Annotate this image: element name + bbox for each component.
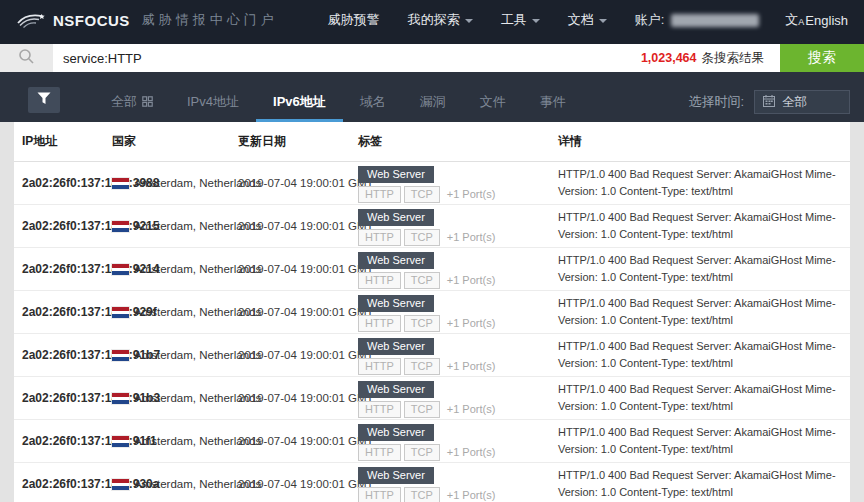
ip-address[interactable]: 2a02:26f0:137:180::91b7 bbox=[14, 348, 112, 362]
ip-address[interactable]: 2a02:26f0:137:180::91b3 bbox=[14, 391, 112, 405]
search-button[interactable]: 搜索 bbox=[780, 44, 864, 72]
update-date: 2019-07-04 19:00:01 GMT bbox=[238, 435, 358, 447]
result-count-number: 1,023,464 bbox=[641, 51, 697, 65]
brand[interactable]: NSFOCUS 威胁情报中心门户 bbox=[16, 11, 278, 29]
tab-all[interactable]: 全部 bbox=[94, 93, 170, 122]
tags-cell: Web Server HTTP TCP +1 Port(s) bbox=[358, 422, 558, 461]
tags-cell: Web Server HTTP TCP +1 Port(s) bbox=[358, 164, 558, 203]
detail-text: HTTP/1.0 400 Bad Request Server: AkamaiG… bbox=[558, 166, 850, 200]
netherlands-flag-icon bbox=[112, 479, 129, 490]
nav-item-threat-warning[interactable]: 威胁预警 bbox=[328, 11, 380, 29]
nav-item-label: 我的探索 bbox=[408, 11, 460, 29]
filter-funnel-button[interactable] bbox=[28, 87, 60, 113]
account-name-redacted bbox=[671, 14, 759, 27]
country-cell: Amsterdam, Netherlands bbox=[112, 177, 238, 189]
funnel-icon bbox=[37, 92, 51, 108]
tags-cell: Web Server HTTP TCP +1 Port(s) bbox=[358, 250, 558, 289]
tag-port-protocol: HTTP bbox=[358, 358, 401, 375]
tag-web-server: Web Server bbox=[358, 166, 434, 183]
chevron-down-icon bbox=[599, 19, 607, 23]
translate-icon-latin: A bbox=[798, 17, 804, 27]
account[interactable]: 账户: bbox=[635, 11, 760, 29]
tab-file[interactable]: 文件 bbox=[463, 93, 523, 122]
translate-icon: 文 bbox=[785, 11, 798, 29]
detail-text: HTTP/1.0 400 Bad Request Server: AkamaiG… bbox=[558, 338, 850, 372]
detail-text: HTTP/1.0 400 Bad Request Server: AkamaiG… bbox=[558, 381, 850, 415]
search-icon bbox=[18, 48, 35, 69]
tag-port-protocol: HTTP bbox=[358, 401, 401, 418]
nav-item-docs[interactable]: 文档 bbox=[568, 11, 607, 29]
tab-ipv4[interactable]: IPv4地址 bbox=[170, 93, 256, 122]
tab-label: IPv4地址 bbox=[187, 93, 239, 111]
table-row[interactable]: 2a02:26f0:137:180::9214 Amsterdam, Nethe… bbox=[14, 248, 850, 291]
search-bar: 1,023,464 条搜索结果 搜索 bbox=[0, 44, 864, 72]
column-header: 更新日期 bbox=[238, 133, 358, 150]
netherlands-flag-icon bbox=[112, 178, 129, 189]
results-table: IP地址国家更新日期标签详情 2a02:26f0:137:183::3988 A… bbox=[14, 122, 850, 502]
result-type-tabs: 全部IPv4地址IPv6地址域名漏洞文件事件 bbox=[94, 93, 583, 122]
top-nav: 威胁预警我的探索工具文档 bbox=[328, 11, 607, 29]
tab-label: 文件 bbox=[480, 93, 506, 111]
search-result-count: 1,023,464 条搜索结果 bbox=[641, 44, 780, 72]
chevron-down-icon bbox=[465, 19, 473, 23]
netherlands-flag-icon bbox=[112, 264, 129, 275]
language-switcher[interactable]: 文 A English bbox=[785, 11, 848, 29]
detail-text: HTTP/1.0 400 Bad Request Server: AkamaiG… bbox=[558, 295, 850, 329]
table-row[interactable]: 2a02:26f0:137:180::91f1 Amsterdam, Nethe… bbox=[14, 420, 850, 463]
tags-cell: Web Server HTTP TCP +1 Port(s) bbox=[358, 293, 558, 332]
tag-port-protocol: TCP bbox=[404, 487, 440, 502]
more-ports-label: +1 Port(s) bbox=[447, 489, 496, 501]
tag-port-protocol: HTTP bbox=[358, 186, 401, 203]
country-cell: Amsterdam, Netherlands bbox=[112, 349, 238, 361]
table-row[interactable]: 2a02:26f0:137:180::91b3 Amsterdam, Nethe… bbox=[14, 377, 850, 420]
tab-vulnerability[interactable]: 漏洞 bbox=[403, 93, 463, 122]
nav-item-label: 威胁预警 bbox=[328, 11, 380, 29]
time-range-value: 全部 bbox=[782, 94, 807, 111]
update-date: 2019-07-04 19:00:01 GMT bbox=[238, 263, 358, 275]
tab-event[interactable]: 事件 bbox=[523, 93, 583, 122]
nav-item-label: 工具 bbox=[501, 11, 527, 29]
tag-port-protocol: HTTP bbox=[358, 229, 401, 246]
results-area: IP地址国家更新日期标签详情 2a02:26f0:137:183::3988 A… bbox=[0, 122, 864, 502]
ip-address[interactable]: 2a02:26f0:137:180::9215 bbox=[14, 219, 112, 233]
tag-port-protocol: TCP bbox=[404, 229, 440, 246]
column-header: IP地址 bbox=[14, 133, 112, 150]
ip-address[interactable]: 2a02:26f0:137:180::9214 bbox=[14, 262, 112, 276]
nav-item-tools[interactable]: 工具 bbox=[501, 11, 540, 29]
time-range-select[interactable]: 全部 bbox=[754, 90, 850, 114]
tag-port-protocol: TCP bbox=[404, 444, 440, 461]
ip-address[interactable]: 2a02:26f0:137:183::3988 bbox=[14, 176, 112, 190]
tags-cell: Web Server HTTP TCP +1 Port(s) bbox=[358, 465, 558, 502]
update-date: 2019-07-04 19:00:01 GMT bbox=[238, 392, 358, 404]
time-filter: 选择时间: 全部 bbox=[688, 90, 850, 114]
update-date: 2019-07-04 19:00:01 GMT bbox=[238, 478, 358, 490]
tab-ipv6[interactable]: IPv6地址 bbox=[256, 93, 343, 122]
table-row[interactable]: 2a02:26f0:137:183::3988 Amsterdam, Nethe… bbox=[14, 162, 850, 205]
tab-label: IPv6地址 bbox=[273, 93, 326, 111]
top-section: NSFOCUS 威胁情报中心门户 威胁预警我的探索工具文档 账户: 文 A En… bbox=[0, 0, 864, 72]
nav-item-my-explore[interactable]: 我的探索 bbox=[408, 11, 473, 29]
ip-address[interactable]: 2a02:26f0:137:180::930a bbox=[14, 477, 112, 491]
more-ports-label: +1 Port(s) bbox=[447, 274, 496, 286]
more-ports-label: +1 Port(s) bbox=[447, 317, 496, 329]
tag-web-server: Web Server bbox=[358, 295, 434, 312]
table-row[interactable]: 2a02:26f0:137:180::9215 Amsterdam, Nethe… bbox=[14, 205, 850, 248]
top-navigation-bar: NSFOCUS 威胁情报中心门户 威胁预警我的探索工具文档 账户: 文 A En… bbox=[0, 0, 864, 40]
table-row[interactable]: 2a02:26f0:137:180::930a Amsterdam, Nethe… bbox=[14, 463, 850, 502]
tag-web-server: Web Server bbox=[358, 467, 434, 484]
tab-domain[interactable]: 域名 bbox=[343, 93, 403, 122]
filter-bar: 全部IPv4地址IPv6地址域名漏洞文件事件 选择时间: 全部 bbox=[0, 72, 864, 122]
tab-label: 事件 bbox=[540, 93, 566, 111]
ip-address[interactable]: 2a02:26f0:137:180::91f1 bbox=[14, 434, 112, 448]
table-row[interactable]: 2a02:26f0:137:180::91b7 Amsterdam, Nethe… bbox=[14, 334, 850, 377]
tag-port-protocol: TCP bbox=[404, 272, 440, 289]
country-cell: Amsterdam, Netherlands bbox=[112, 306, 238, 318]
search-input[interactable] bbox=[53, 44, 641, 72]
tag-port-protocol: HTTP bbox=[358, 487, 401, 502]
tags-cell: Web Server HTTP TCP +1 Port(s) bbox=[358, 379, 558, 418]
ip-address[interactable]: 2a02:26f0:137:180::929f bbox=[14, 305, 112, 319]
grid-view-icon bbox=[142, 95, 153, 110]
tab-label: 域名 bbox=[360, 93, 386, 111]
table-row[interactable]: 2a02:26f0:137:180::929f Amsterdam, Nethe… bbox=[14, 291, 850, 334]
tag-port-protocol: TCP bbox=[404, 315, 440, 332]
